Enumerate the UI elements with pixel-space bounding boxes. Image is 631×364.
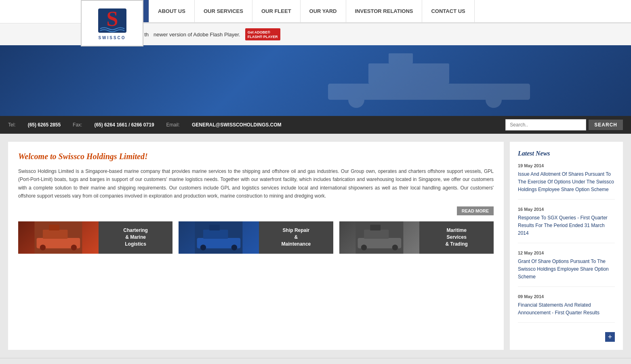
svg-rect-3 xyxy=(368,63,449,84)
news-date-3: 12 May 2014 xyxy=(518,250,615,255)
service-chartering-img xyxy=(18,221,99,254)
svg-rect-9 xyxy=(43,229,68,239)
read-more-container: READ MORE xyxy=(18,206,494,215)
nav-about-us[interactable]: ABOUT US xyxy=(149,0,195,22)
service-ship-repair[interactable]: Ship Repair&Maintenance xyxy=(179,221,333,254)
service-maritime-label: MaritimeServices& Trading xyxy=(419,221,494,254)
service-ship-repair-img xyxy=(179,221,259,254)
news-item-2: 16 May 2014 Response To SGX Queries - Fi… xyxy=(518,207,615,243)
news-date-4: 09 May 2014 xyxy=(518,294,615,299)
hero-slider xyxy=(0,45,631,116)
svg-point-18 xyxy=(231,244,237,250)
tel-value: (65) 6265 2855 xyxy=(28,122,61,128)
contact-bar: Tel: (65) 6265 2855 Fax: (65) 6264 1661 … xyxy=(0,116,631,134)
news-link-4[interactable]: Financial Statements And Related Announc… xyxy=(518,302,599,316)
nav-our-services[interactable]: OUR SERVICES xyxy=(195,0,252,22)
logo-icon: S xyxy=(96,6,128,35)
latest-news-title: Latest News xyxy=(518,150,615,157)
fax-value: (65) 6264 1661 / 6266 0719 xyxy=(94,122,154,128)
contact-info: Tel: (65) 6265 2855 Fax: (65) 6264 1661 … xyxy=(8,122,282,128)
nav-investor-relations[interactable]: INVESTOR RELATIONS xyxy=(346,0,423,22)
svg-rect-22 xyxy=(370,225,381,230)
news-date-2: 16 May 2014 xyxy=(518,207,615,212)
news-link-3[interactable]: Grant Of Share Options Pursuant To The S… xyxy=(518,259,609,280)
flash-suffix: newer version of Adobe Flash Player. xyxy=(154,32,240,38)
logo-label: SWISSCO xyxy=(98,36,126,40)
svg-point-24 xyxy=(392,244,398,250)
welcome-title: Welcome to Swissco Holdings Limited! xyxy=(18,152,494,161)
services-row: Chartering& MarineLogistics Ship xyxy=(18,221,494,254)
svg-point-17 xyxy=(200,244,206,250)
news-link-2[interactable]: Response To SGX Queries - First Quarter … xyxy=(518,215,608,236)
svg-rect-4 xyxy=(389,53,413,63)
fax-label: Fax: xyxy=(73,122,82,128)
service-maritime-img xyxy=(339,221,420,254)
nav-our-yard[interactable]: OUR YARD xyxy=(301,0,346,22)
news-item-3: 12 May 2014 Grant Of Share Options Pursu… xyxy=(518,250,615,287)
svg-rect-15 xyxy=(203,229,228,239)
service-maritime[interactable]: MaritimeServices& Trading xyxy=(339,221,494,254)
search-area: SEARCH xyxy=(505,119,623,130)
search-input[interactable] xyxy=(505,119,586,130)
nav-contact-us[interactable]: CONTACT US xyxy=(422,0,474,22)
service-chartering[interactable]: Chartering& MarineLogistics xyxy=(18,221,172,254)
main-nav: HOME ABOUT US OUR SERVICES OUR FLEET OUR… xyxy=(115,0,631,23)
svg-text:S: S xyxy=(106,7,118,30)
flash-player-btn[interactable]: Get ADOBE® FLASH® PLAYER xyxy=(245,28,280,40)
service-ship-repair-label: Ship Repair&Maintenance xyxy=(259,221,333,254)
content-main: Welcome to Swissco Holdings Limited! Swi… xyxy=(8,142,504,350)
news-item-1: 19 May 2014 Issue And Allotment Of Share… xyxy=(518,163,615,200)
tel-label: Tel: xyxy=(8,122,16,128)
svg-point-11 xyxy=(40,244,46,250)
svg-rect-10 xyxy=(49,225,59,230)
read-more-button[interactable]: READ MORE xyxy=(457,206,494,215)
news-date-1: 19 May 2014 xyxy=(518,163,615,168)
footer: Copyright © 2011 Swissco Holdings Limite… xyxy=(0,358,631,364)
svg-point-6 xyxy=(486,92,502,108)
svg-point-23 xyxy=(361,244,366,250)
svg-point-12 xyxy=(71,244,77,250)
svg-rect-21 xyxy=(364,229,389,239)
search-button[interactable]: SEARCH xyxy=(589,120,623,130)
welcome-body: Swissco Holdings Limited is a Singapore-… xyxy=(18,167,494,200)
svg-point-5 xyxy=(348,92,364,108)
svg-rect-16 xyxy=(210,225,220,230)
content-sidebar: Latest News 19 May 2014 Issue And Allotm… xyxy=(510,142,623,350)
news-link-1[interactable]: Issue And Allotment Of Shares Pursuant T… xyxy=(518,171,614,192)
news-item-4: 09 May 2014 Financial Statements And Rel… xyxy=(518,294,615,323)
service-chartering-label: Chartering& MarineLogistics xyxy=(99,221,173,254)
more-news-button[interactable]: + xyxy=(605,332,615,342)
email-label: Email: xyxy=(166,122,180,128)
main-content: Welcome to Swissco Holdings Limited! Swi… xyxy=(0,134,631,358)
email-value: GENERAL@SWISSCOHOLDINGS.COM xyxy=(192,122,282,128)
hero-decoration xyxy=(308,51,550,116)
logo[interactable]: S SWISSCO xyxy=(81,0,143,46)
nav-our-fleet[interactable]: OUR FLEET xyxy=(252,0,301,22)
